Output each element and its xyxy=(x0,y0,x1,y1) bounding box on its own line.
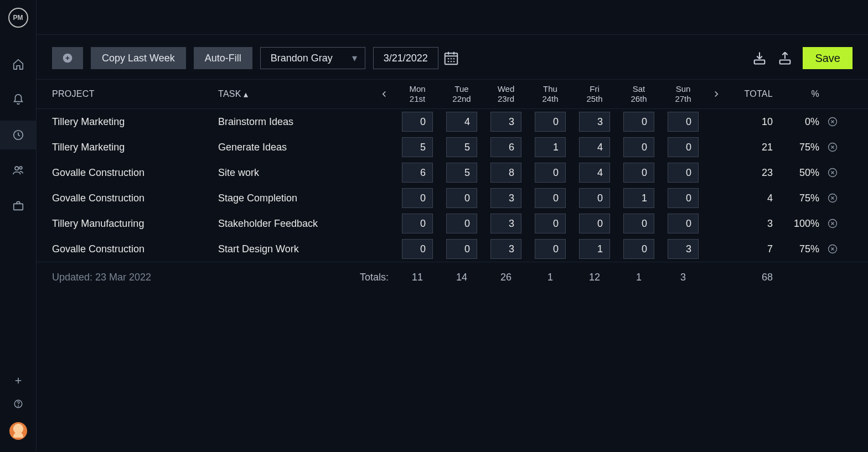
row-percent: 50% xyxy=(777,167,822,179)
nav-people[interactable] xyxy=(0,156,37,185)
hour-input[interactable]: 0 xyxy=(402,188,433,208)
hour-input[interactable]: 3 xyxy=(490,188,521,208)
hour-input[interactable]: 5 xyxy=(402,137,433,157)
hour-input[interactable]: 3 xyxy=(579,112,610,132)
hour-input[interactable]: 0 xyxy=(579,214,610,233)
user-avatar[interactable] xyxy=(9,422,27,440)
hour-input[interactable]: 0 xyxy=(623,112,654,132)
hour-input[interactable]: 0 xyxy=(668,137,699,157)
hour-cell-wrap: 1 xyxy=(528,137,572,157)
delete-row-button[interactable] xyxy=(822,218,844,229)
hour-input[interactable]: 1 xyxy=(623,188,654,208)
row-percent: 75% xyxy=(777,193,822,204)
prev-week-button[interactable] xyxy=(373,89,395,99)
hour-cell-wrap: 3 xyxy=(572,112,617,132)
hour-input[interactable]: 0 xyxy=(668,188,699,208)
hour-input[interactable]: 3 xyxy=(490,239,521,259)
hour-input[interactable]: 0 xyxy=(446,188,477,208)
cell-project: Tillery Manufacturing xyxy=(52,218,218,230)
col-percent: % xyxy=(777,89,822,99)
hour-input[interactable]: 0 xyxy=(535,188,566,208)
next-week-button[interactable] xyxy=(705,89,727,99)
nav-timesheet[interactable] xyxy=(0,121,37,149)
hour-input[interactable]: 0 xyxy=(668,112,699,132)
hour-input[interactable]: 6 xyxy=(402,163,433,183)
hour-input[interactable]: 1 xyxy=(535,137,566,157)
import-button[interactable] xyxy=(752,50,767,66)
total-sun: 3 xyxy=(661,272,705,283)
hour-input[interactable]: 0 xyxy=(623,163,654,183)
hour-cell-wrap: 0 xyxy=(440,214,484,233)
hour-input[interactable]: 0 xyxy=(402,214,433,233)
table-row: Govalle ConstructionSite work65804002350… xyxy=(37,160,868,185)
hour-input[interactable]: 0 xyxy=(446,239,477,259)
delete-row-button[interactable] xyxy=(822,142,844,153)
hour-input[interactable]: 0 xyxy=(402,239,433,259)
copy-last-week-button[interactable]: Copy Last Week xyxy=(91,47,186,69)
close-circle-icon xyxy=(827,167,838,178)
calendar-button[interactable] xyxy=(443,50,459,66)
main: Copy Last Week Auto-Fill Brandon Gray ▾ … xyxy=(37,0,868,452)
hour-input[interactable]: 6 xyxy=(490,137,521,157)
hour-input[interactable]: 1 xyxy=(579,239,610,259)
hour-input[interactable]: 0 xyxy=(668,163,699,183)
hour-input[interactable]: 0 xyxy=(623,214,654,233)
hour-input[interactable]: 0 xyxy=(402,112,433,132)
export-button[interactable] xyxy=(777,50,793,66)
hour-input[interactable]: 4 xyxy=(446,112,477,132)
sidebar-bottom xyxy=(9,376,27,452)
hour-input[interactable]: 4 xyxy=(579,137,610,157)
hour-input[interactable]: 8 xyxy=(490,163,521,183)
home-icon xyxy=(12,58,24,70)
total-mon: 11 xyxy=(395,272,440,283)
add-row-button[interactable] xyxy=(52,47,83,69)
hour-cell-wrap: 0 xyxy=(617,112,661,132)
date-input[interactable]: 3/21/2022 xyxy=(373,47,438,69)
nav-home[interactable] xyxy=(0,50,37,79)
hour-cell-wrap: 0 xyxy=(395,112,440,132)
col-day-mon: Mon21st xyxy=(395,84,440,104)
hour-input[interactable]: 0 xyxy=(535,214,566,233)
hour-input[interactable]: 0 xyxy=(535,163,566,183)
cell-task: Start Design Work xyxy=(218,243,373,255)
delete-row-button[interactable] xyxy=(822,193,844,204)
hour-cell-wrap: 0 xyxy=(572,188,617,208)
timesheet-grid: PROJECT TASK ▴ Mon21st Tue22nd Wed23rd T… xyxy=(37,79,868,452)
hour-cell-wrap: 5 xyxy=(395,137,440,157)
nav-add[interactable] xyxy=(13,376,23,388)
nav-help[interactable] xyxy=(13,399,23,411)
nav-notifications[interactable] xyxy=(0,85,37,114)
hour-input[interactable]: 4 xyxy=(579,163,610,183)
chevron-right-icon xyxy=(711,89,721,99)
delete-row-button[interactable] xyxy=(822,116,844,127)
upload-icon xyxy=(777,50,793,66)
hour-input[interactable]: 0 xyxy=(623,239,654,259)
hour-input[interactable]: 0 xyxy=(623,137,654,157)
col-day-thu: Thu24th xyxy=(528,84,572,104)
auto-fill-button[interactable]: Auto-Fill xyxy=(194,47,252,69)
nav-briefcase[interactable] xyxy=(0,191,37,220)
hour-input[interactable]: 0 xyxy=(535,112,566,132)
hour-input[interactable]: 3 xyxy=(668,239,699,259)
hour-input[interactable]: 5 xyxy=(446,163,477,183)
close-circle-icon xyxy=(827,193,838,204)
hour-input[interactable]: 0 xyxy=(668,214,699,233)
save-button[interactable]: Save xyxy=(803,47,852,69)
hour-input[interactable]: 0 xyxy=(446,214,477,233)
plus-icon xyxy=(13,376,23,386)
hour-input[interactable]: 0 xyxy=(535,239,566,259)
hour-input[interactable]: 3 xyxy=(490,214,521,233)
hour-input[interactable]: 5 xyxy=(446,137,477,157)
delete-row-button[interactable] xyxy=(822,167,844,178)
col-project[interactable]: PROJECT xyxy=(52,89,218,99)
hour-input[interactable]: 3 xyxy=(490,112,521,132)
hour-cell-wrap: 1 xyxy=(617,188,661,208)
hour-cell-wrap: 4 xyxy=(440,112,484,132)
chevron-down-icon: ▾ xyxy=(352,52,357,64)
hour-cell-wrap: 5 xyxy=(440,163,484,183)
hour-input[interactable]: 0 xyxy=(579,188,610,208)
col-task[interactable]: TASK ▴ xyxy=(218,89,373,100)
table-row: Tillery ManufacturingStakeholder Feedbac… xyxy=(37,211,868,236)
delete-row-button[interactable] xyxy=(822,243,844,254)
user-select[interactable]: Brandon Gray ▾ xyxy=(260,47,365,69)
